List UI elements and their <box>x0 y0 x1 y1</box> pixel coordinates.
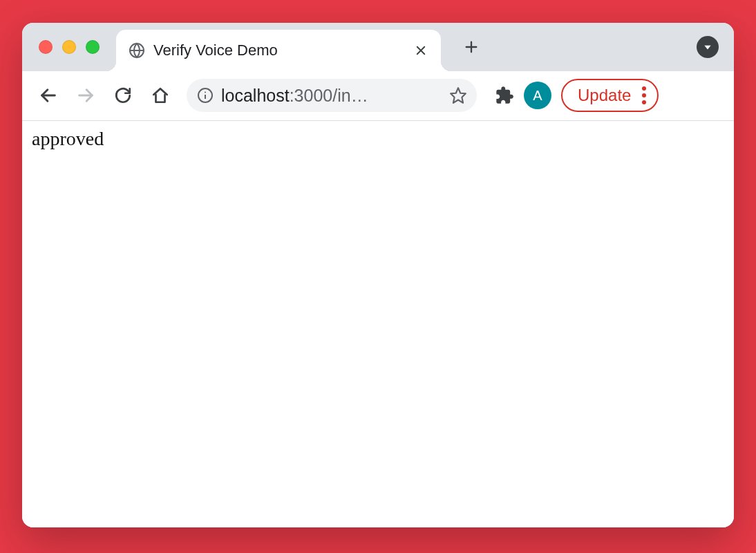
forward-button[interactable] <box>69 79 102 112</box>
window-fullscreen-button[interactable] <box>86 40 100 54</box>
tab-search-button[interactable] <box>697 36 719 58</box>
chevron-down-icon <box>697 36 719 58</box>
new-tab-button[interactable] <box>456 32 486 62</box>
tab-title: Verify Voice Demo <box>153 41 408 59</box>
page-body-text: approved <box>32 128 104 149</box>
url-path: :3000/in… <box>290 86 368 105</box>
info-icon[interactable] <box>196 86 214 104</box>
profile-avatar[interactable]: A <box>524 82 551 109</box>
reload-button[interactable] <box>106 79 140 112</box>
page-content: approved <box>22 121 734 527</box>
toolbar-right-icons: A Update <box>495 79 659 112</box>
window-minimize-button[interactable] <box>62 40 76 54</box>
kebab-icon[interactable] <box>642 86 646 104</box>
extensions-icon[interactable] <box>495 86 514 105</box>
update-label: Update <box>578 86 631 105</box>
browser-tab[interactable]: Verify Voice Demo <box>116 30 441 71</box>
window-close-button[interactable] <box>39 40 53 54</box>
avatar-initial: A <box>533 88 542 104</box>
url-text: localhost:3000/in… <box>221 86 444 106</box>
close-icon[interactable] <box>413 43 428 58</box>
url-host: localhost <box>221 86 290 105</box>
bookmark-icon[interactable] <box>449 86 467 104</box>
update-button[interactable]: Update <box>561 79 659 112</box>
back-button[interactable] <box>32 79 65 112</box>
svg-marker-10 <box>451 88 466 103</box>
tab-bar: Verify Voice Demo <box>22 23 734 71</box>
toolbar: localhost:3000/in… A Update <box>22 71 734 121</box>
window-traffic-lights <box>22 40 116 54</box>
browser-window: Verify Voice Demo <box>22 23 734 527</box>
home-button[interactable] <box>144 79 177 112</box>
address-bar[interactable]: localhost:3000/in… <box>187 79 477 112</box>
svg-point-9 <box>205 92 206 93</box>
globe-icon <box>129 42 145 59</box>
